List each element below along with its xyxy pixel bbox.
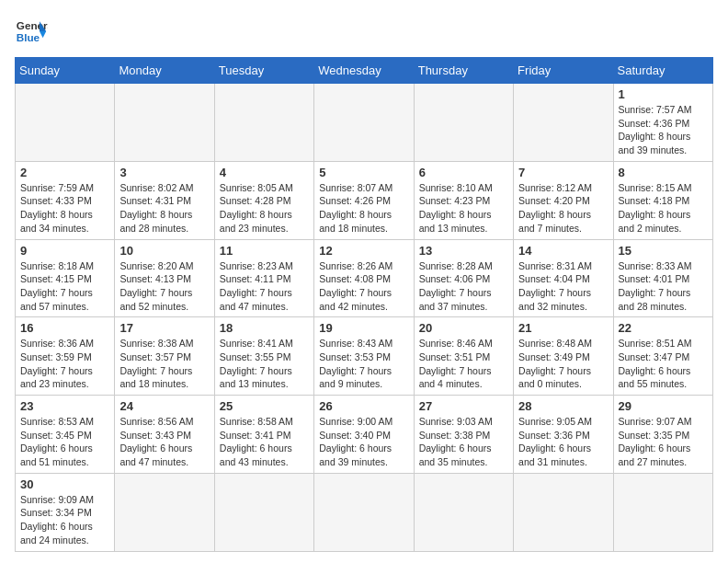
weekday-header-friday: Friday [514, 58, 613, 84]
calendar-day-cell: 6Sunrise: 8:10 AMSunset: 4:23 PMDaylight… [414, 161, 513, 239]
calendar-day-cell [414, 84, 513, 162]
calendar-day-cell [414, 473, 513, 551]
day-number: 22 [619, 321, 708, 335]
calendar-day-cell: 21Sunrise: 8:48 AMSunset: 3:49 PMDayligh… [514, 317, 613, 396]
day-number: 10 [119, 244, 209, 258]
day-number: 12 [319, 244, 408, 258]
calendar-day-cell: 9Sunrise: 8:18 AMSunset: 4:15 PMDaylight… [16, 239, 115, 317]
calendar-day-cell: 28Sunrise: 9:05 AMSunset: 3:36 PMDayligh… [514, 396, 613, 474]
calendar-day-cell: 3Sunrise: 8:02 AMSunset: 4:31 PMDaylight… [115, 161, 214, 239]
day-sun-info: Sunrise: 8:02 AMSunset: 4:31 PMDaylight:… [119, 181, 209, 236]
day-number: 9 [20, 244, 109, 258]
day-number: 6 [419, 166, 508, 179]
day-sun-info: Sunrise: 8:15 AMSunset: 4:18 PMDaylight:… [619, 181, 708, 236]
day-sun-info: Sunrise: 8:26 AMSunset: 4:08 PMDaylight:… [319, 259, 408, 314]
calendar-day-cell [115, 84, 214, 162]
day-sun-info: Sunrise: 7:59 AMSunset: 4:33 PMDaylight:… [20, 181, 109, 236]
calendar-week-row: 23Sunrise: 8:53 AMSunset: 3:45 PMDayligh… [16, 396, 713, 474]
weekday-header-monday: Monday [115, 58, 214, 84]
day-number: 8 [619, 166, 708, 179]
calendar-day-cell [214, 84, 313, 162]
day-sun-info: Sunrise: 8:07 AMSunset: 4:26 PMDaylight:… [319, 181, 408, 236]
day-number: 14 [518, 244, 608, 258]
day-sun-info: Sunrise: 9:07 AMSunset: 3:35 PMDaylight:… [619, 415, 708, 469]
day-number: 7 [518, 166, 608, 179]
calendar-day-cell [514, 84, 613, 162]
day-sun-info: Sunrise: 8:58 AMSunset: 3:41 PMDaylight:… [220, 415, 309, 469]
day-number: 4 [220, 166, 309, 179]
day-number: 16 [20, 321, 109, 335]
calendar-day-cell: 8Sunrise: 8:15 AMSunset: 4:18 PMDaylight… [613, 161, 712, 239]
svg-text:Blue: Blue [17, 31, 40, 43]
calendar-week-row: 16Sunrise: 8:36 AMSunset: 3:59 PMDayligh… [16, 317, 713, 396]
day-sun-info: Sunrise: 7:57 AMSunset: 4:36 PMDaylight:… [619, 103, 708, 157]
calendar-day-cell [514, 473, 613, 551]
page-header: General Blue [15, 15, 713, 48]
day-sun-info: Sunrise: 8:10 AMSunset: 4:23 PMDaylight:… [419, 181, 508, 236]
calendar-day-cell [16, 84, 115, 162]
calendar-day-cell: 20Sunrise: 8:46 AMSunset: 3:51 PMDayligh… [414, 317, 513, 396]
day-number: 29 [619, 399, 708, 413]
calendar-day-cell: 2Sunrise: 7:59 AMSunset: 4:33 PMDaylight… [16, 161, 115, 239]
calendar-day-cell [115, 473, 214, 551]
day-sun-info: Sunrise: 8:31 AMSunset: 4:04 PMDaylight:… [518, 259, 608, 314]
calendar-day-cell: 5Sunrise: 8:07 AMSunset: 4:26 PMDaylight… [314, 161, 414, 239]
calendar-day-cell: 29Sunrise: 9:07 AMSunset: 3:35 PMDayligh… [613, 396, 712, 474]
day-number: 27 [419, 399, 508, 413]
day-number: 20 [419, 321, 508, 335]
weekday-header-saturday: Saturday [613, 58, 712, 84]
day-number: 28 [518, 399, 608, 413]
day-sun-info: Sunrise: 8:18 AMSunset: 4:15 PMDaylight:… [20, 259, 109, 314]
calendar-day-cell: 13Sunrise: 8:28 AMSunset: 4:06 PMDayligh… [414, 239, 513, 317]
calendar-day-cell: 19Sunrise: 8:43 AMSunset: 3:53 PMDayligh… [314, 317, 414, 396]
day-sun-info: Sunrise: 8:28 AMSunset: 4:06 PMDaylight:… [419, 259, 508, 314]
weekday-header-tuesday: Tuesday [214, 58, 313, 84]
day-number: 26 [319, 399, 408, 413]
day-sun-info: Sunrise: 8:56 AMSunset: 3:43 PMDaylight:… [119, 415, 209, 469]
day-sun-info: Sunrise: 8:20 AMSunset: 4:13 PMDaylight:… [119, 259, 209, 314]
day-number: 1 [619, 87, 708, 101]
calendar-day-cell: 18Sunrise: 8:41 AMSunset: 3:55 PMDayligh… [214, 317, 313, 396]
day-sun-info: Sunrise: 8:38 AMSunset: 3:57 PMDaylight:… [119, 337, 209, 391]
calendar-day-cell: 16Sunrise: 8:36 AMSunset: 3:59 PMDayligh… [16, 317, 115, 396]
calendar-day-cell: 24Sunrise: 8:56 AMSunset: 3:43 PMDayligh… [115, 396, 214, 474]
day-sun-info: Sunrise: 9:03 AMSunset: 3:38 PMDaylight:… [419, 415, 508, 469]
calendar-day-cell [613, 473, 712, 551]
calendar-day-cell: 12Sunrise: 8:26 AMSunset: 4:08 PMDayligh… [314, 239, 414, 317]
weekday-header-wednesday: Wednesday [314, 58, 414, 84]
calendar-table: SundayMondayTuesdayWednesdayThursdayFrid… [15, 57, 713, 552]
calendar-day-cell: 7Sunrise: 8:12 AMSunset: 4:20 PMDaylight… [514, 161, 613, 239]
calendar-day-cell: 14Sunrise: 8:31 AMSunset: 4:04 PMDayligh… [514, 239, 613, 317]
day-sun-info: Sunrise: 8:51 AMSunset: 3:47 PMDaylight:… [619, 337, 708, 391]
day-number: 3 [119, 166, 209, 179]
calendar-day-cell: 1Sunrise: 7:57 AMSunset: 4:36 PMDaylight… [613, 84, 712, 162]
calendar-day-cell: 11Sunrise: 8:23 AMSunset: 4:11 PMDayligh… [214, 239, 313, 317]
logo-icon: General Blue [15, 15, 48, 48]
day-number: 18 [220, 321, 309, 335]
day-number: 11 [220, 244, 309, 258]
day-sun-info: Sunrise: 8:41 AMSunset: 3:55 PMDaylight:… [220, 337, 309, 391]
day-sun-info: Sunrise: 8:23 AMSunset: 4:11 PMDaylight:… [220, 259, 309, 314]
day-sun-info: Sunrise: 8:53 AMSunset: 3:45 PMDaylight:… [20, 415, 109, 469]
day-sun-info: Sunrise: 8:43 AMSunset: 3:53 PMDaylight:… [319, 337, 408, 391]
day-number: 19 [319, 321, 408, 335]
day-number: 24 [119, 399, 209, 413]
day-sun-info: Sunrise: 8:33 AMSunset: 4:01 PMDaylight:… [619, 259, 708, 314]
day-number: 15 [619, 244, 708, 258]
day-sun-info: Sunrise: 8:48 AMSunset: 3:49 PMDaylight:… [518, 337, 608, 391]
calendar-day-cell [314, 84, 414, 162]
calendar-day-cell: 25Sunrise: 8:58 AMSunset: 3:41 PMDayligh… [214, 396, 313, 474]
day-sun-info: Sunrise: 8:36 AMSunset: 3:59 PMDaylight:… [20, 337, 109, 391]
calendar-day-cell: 15Sunrise: 8:33 AMSunset: 4:01 PMDayligh… [613, 239, 712, 317]
day-number: 5 [319, 166, 408, 179]
calendar-day-cell [314, 473, 414, 551]
calendar-day-cell: 26Sunrise: 9:00 AMSunset: 3:40 PMDayligh… [314, 396, 414, 474]
day-number: 23 [20, 399, 109, 413]
day-number: 21 [518, 321, 608, 335]
svg-marker-3 [40, 31, 46, 38]
calendar-day-cell: 4Sunrise: 8:05 AMSunset: 4:28 PMDaylight… [214, 161, 313, 239]
calendar-week-row: 2Sunrise: 7:59 AMSunset: 4:33 PMDaylight… [16, 161, 713, 239]
day-sun-info: Sunrise: 9:09 AMSunset: 3:34 PMDaylight:… [20, 493, 109, 547]
day-number: 13 [419, 244, 508, 258]
day-sun-info: Sunrise: 8:05 AMSunset: 4:28 PMDaylight:… [220, 181, 309, 236]
